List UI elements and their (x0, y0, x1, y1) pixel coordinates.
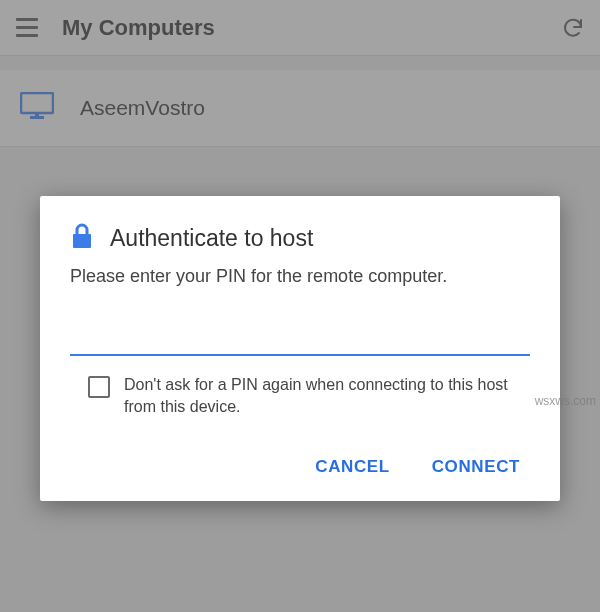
remember-label: Don't ask for a PIN again when connectin… (124, 374, 530, 417)
remember-checkbox[interactable] (88, 376, 110, 398)
dialog-header: Authenticate to host (70, 222, 530, 254)
dialog-title: Authenticate to host (110, 225, 313, 252)
connect-button[interactable]: CONNECT (428, 449, 524, 485)
dialog-actions: CANCEL CONNECT (70, 449, 530, 485)
svg-rect-3 (73, 234, 91, 248)
dialog-body-text: Please enter your PIN for the remote com… (70, 264, 530, 288)
pin-input[interactable] (70, 308, 530, 356)
lock-icon (70, 222, 94, 254)
modal-scrim: Authenticate to host Please enter your P… (0, 0, 600, 612)
cancel-button[interactable]: CANCEL (311, 449, 393, 485)
remember-option: Don't ask for a PIN again when connectin… (70, 374, 530, 417)
auth-dialog: Authenticate to host Please enter your P… (40, 196, 560, 501)
